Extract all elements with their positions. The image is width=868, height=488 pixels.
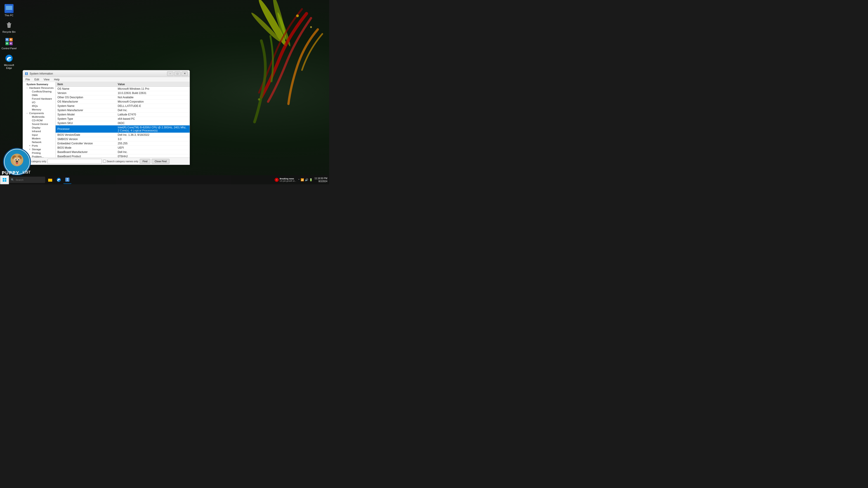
table-cell-value: Dell Inc.	[116, 108, 190, 112]
news-text: Breaking news US job growth sl...	[280, 177, 296, 182]
table-row[interactable]: System SKU06DC	[56, 121, 190, 125]
microsoft-edge-label: Microsoft Edge	[1, 64, 17, 70]
table-row[interactable]: Other OS DescriptionNot Available	[56, 95, 190, 100]
col-value: Value	[116, 82, 190, 87]
system-tray[interactable]: ⌃ 📶 🔊 🔋	[298, 178, 313, 182]
tree-item[interactable]: Network	[23, 140, 55, 144]
find-button[interactable]: Find	[140, 159, 150, 164]
menu-edit[interactable]: Edit	[33, 77, 41, 82]
col-item: Item	[56, 82, 116, 87]
table-cell-value: Not Available	[116, 95, 190, 100]
table-row[interactable]: System Typex64-based PC	[56, 117, 190, 121]
tree-item[interactable]: I/O	[23, 101, 55, 104]
menu-view[interactable]: View	[42, 77, 51, 82]
tree-item[interactable]: Memory	[23, 108, 55, 111]
table-cell-item: Embedded Controller Version	[56, 141, 116, 146]
tree-item[interactable]: IRQs	[23, 104, 55, 108]
table-cell-item: OS Name	[56, 87, 116, 91]
tree-item[interactable]: −Hardware Resources	[23, 86, 55, 90]
close-find-button[interactable]: Close Find	[152, 159, 169, 164]
taskbar-app-edge[interactable]	[55, 176, 63, 184]
recycle-bin-icon	[4, 21, 13, 30]
tree-item[interactable]: Sound Device	[23, 122, 55, 126]
desktop-icon-recycle-bin[interactable]: Recycle Bin	[0, 19, 18, 35]
tree-item[interactable]: +Storage	[23, 148, 55, 151]
close-button[interactable]: ✕	[182, 71, 188, 76]
table-row[interactable]: OS NameMicrosoft Windows 11 Pro	[56, 87, 190, 91]
table-cell-item: OS Manufacturer	[56, 100, 116, 104]
table-cell-value: 10.0.22631 Build 22631	[116, 91, 190, 95]
table-row[interactable]: BaseBoard ManufacturerDell Inc.	[56, 150, 190, 154]
tree-item[interactable]: −Components	[23, 111, 55, 115]
table-row[interactable]: Version10.0.22631 Build 22631	[56, 91, 190, 95]
battery-icon[interactable]: 🔋	[309, 178, 313, 182]
tree-item[interactable]: Modem	[23, 137, 55, 140]
tree-item[interactable]: Forced Hardware	[23, 97, 55, 101]
tree-item[interactable]: Infrared	[23, 129, 55, 133]
tree-item[interactable]: DMA	[23, 93, 55, 97]
table-row[interactable]: SMBIOS Version3.0	[56, 137, 190, 141]
svg-point-22	[10, 39, 11, 40]
tree-item[interactable]: Conflicts/Sharing	[23, 90, 55, 93]
svg-point-40	[18, 159, 19, 160]
taskbar-clock[interactable]: 11:16:50 PM 8/2/2024	[314, 177, 327, 183]
svg-rect-12	[7, 23, 11, 24]
minimize-button[interactable]: −	[167, 71, 174, 76]
table-row[interactable]: BIOS ModeUEFI	[56, 146, 190, 150]
desktop-icon-this-pc[interactable]: This PC	[0, 2, 18, 19]
table-row[interactable]: BaseBoard Product0T6HHJ	[56, 154, 190, 158]
taskbar-search-box[interactable]: 🔍	[9, 177, 45, 183]
tree-item[interactable]: Display	[23, 126, 55, 129]
table-row[interactable]: BIOS Version/DateDell Inc. 1.36.3, 9/18/…	[56, 133, 190, 137]
taskbar-app-sysinfo[interactable]	[63, 176, 71, 184]
search-category-checkbox-label[interactable]: Search category names only	[103, 160, 138, 163]
sysinfo-taskbar-icon	[65, 177, 70, 182]
svg-rect-54	[67, 180, 68, 181]
taskbar-app-file-explorer[interactable]	[46, 176, 54, 184]
desktop-icon-control-panel[interactable]: Control Panel	[0, 35, 18, 52]
this-pc-label: This PC	[4, 14, 13, 17]
svg-rect-13	[8, 22, 10, 23]
taskbar-time-display: 11:16:50 PM	[314, 177, 327, 180]
tree-item[interactable]: +Ports	[23, 144, 55, 148]
taskbar-search-input[interactable]	[16, 178, 43, 181]
tree-item[interactable]: Problem...	[23, 155, 55, 158]
svg-point-36	[13, 157, 21, 165]
table-row[interactable]: System ModelLatitude E7470	[56, 112, 190, 117]
chevron-up-icon[interactable]: ⌃	[298, 179, 300, 181]
svg-point-5	[296, 14, 299, 17]
table-cell-value: Intel(R) Core(TM) i5-6200U CPU @ 2.30GHz…	[116, 125, 190, 133]
data-panel: Item Value OS NameMicrosoft Windows 11 P…	[56, 82, 190, 158]
table-row[interactable]: ProcessorIntel(R) Core(TM) i5-6200U CPU …	[56, 125, 190, 133]
table-row[interactable]: System NameDELL-LATITUDE-E	[56, 104, 190, 108]
window-title: System Information	[30, 72, 167, 75]
taskbar-news[interactable]: ! Breaking news US job growth sl...	[275, 177, 296, 182]
sysinfo-window: System Information − □ ✕ File Edit View …	[23, 70, 190, 165]
table-cell-value: 3.0	[116, 137, 190, 141]
find-input[interactable]	[48, 159, 102, 164]
title-bar: System Information − □ ✕	[23, 70, 190, 77]
tree-item[interactable]: Input	[23, 133, 55, 137]
volume-icon[interactable]: 🔊	[305, 178, 308, 182]
start-button[interactable]	[0, 175, 9, 184]
svg-point-27	[26, 72, 27, 73]
main-content: System Summary−Hardware ResourcesConflic…	[23, 82, 190, 158]
wifi-icon[interactable]: 📶	[301, 178, 304, 182]
search-category-checkbox[interactable]	[103, 160, 106, 163]
menu-file[interactable]: File	[24, 77, 32, 82]
tree-item[interactable]: System Summary	[23, 83, 55, 86]
sysinfo-window-icon	[25, 72, 28, 75]
menu-help[interactable]: Help	[52, 77, 61, 82]
desktop-icon-microsoft-edge[interactable]: Microsoft Edge	[0, 52, 18, 71]
table-scroll[interactable]: Item Value OS NameMicrosoft Windows 11 P…	[56, 82, 190, 158]
table-row[interactable]: System ManufacturerDell Inc.	[56, 108, 190, 112]
maximize-button[interactable]: □	[174, 71, 181, 76]
menu-bar: File Edit View Help	[23, 77, 190, 82]
tree-item[interactable]: Multimedia	[23, 115, 55, 119]
data-table: Item Value OS NameMicrosoft Windows 11 P…	[56, 82, 190, 158]
tree-item[interactable]: CD-ROM	[23, 119, 55, 122]
table-row[interactable]: Embedded Controller Version255.255	[56, 141, 190, 146]
table-row[interactable]: OS ManufacturerMicrosoft Corporation	[56, 100, 190, 104]
tree-item[interactable]: Printing	[23, 151, 55, 155]
windows-logo-icon	[2, 178, 6, 182]
